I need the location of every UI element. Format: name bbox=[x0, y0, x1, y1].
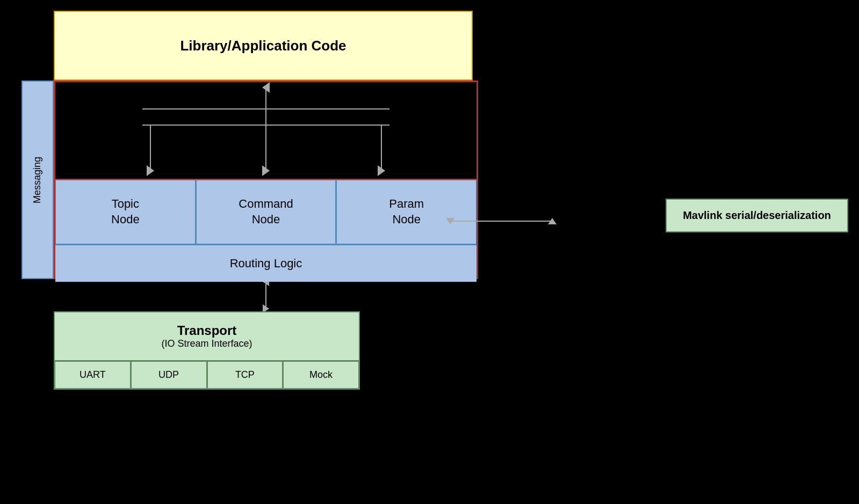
mavlink-box: Mavlink serial/deserialization bbox=[666, 199, 848, 232]
topic-node-label: TopicNode bbox=[111, 196, 140, 227]
transport-box: Transport (IO Stream Interface) UART UDP… bbox=[54, 311, 360, 390]
transport-subtitle: (IO Stream Interface) bbox=[66, 338, 348, 349]
library-title: Library/Application Code bbox=[180, 38, 346, 54]
topic-node: TopicNode bbox=[55, 180, 196, 244]
transport-header: Transport (IO Stream Interface) bbox=[55, 312, 359, 360]
routing-label: Routing Logic bbox=[230, 257, 302, 271]
transport-uart: UART bbox=[55, 361, 131, 389]
nodes-row: TopicNode CommandNode ParamNode bbox=[55, 179, 477, 244]
command-node-label: CommandNode bbox=[239, 196, 293, 227]
command-node: CommandNode bbox=[196, 180, 337, 244]
routing-transport-arrow bbox=[54, 279, 478, 311]
transport-nodes: UART UDP TCP Mock bbox=[55, 360, 359, 389]
transport-mock: Mock bbox=[283, 361, 359, 389]
routing-mavlink-arrow bbox=[445, 210, 558, 232]
transport-tcp: TCP bbox=[207, 361, 284, 389]
param-node-label: ParamNode bbox=[389, 196, 424, 227]
messaging-label-container: Messaging bbox=[21, 81, 54, 279]
library-box: Library/Application Code bbox=[54, 11, 473, 81]
black-area bbox=[55, 82, 477, 179]
messaging-inner: TopicNode CommandNode ParamNode Routing … bbox=[54, 81, 478, 279]
routing-box: Routing Logic bbox=[55, 244, 477, 282]
messaging-label: Messaging bbox=[32, 156, 44, 203]
transport-udp: UDP bbox=[131, 361, 207, 389]
transport-title: Transport bbox=[66, 323, 348, 338]
mavlink-label: Mavlink serial/deserialization bbox=[683, 209, 831, 221]
